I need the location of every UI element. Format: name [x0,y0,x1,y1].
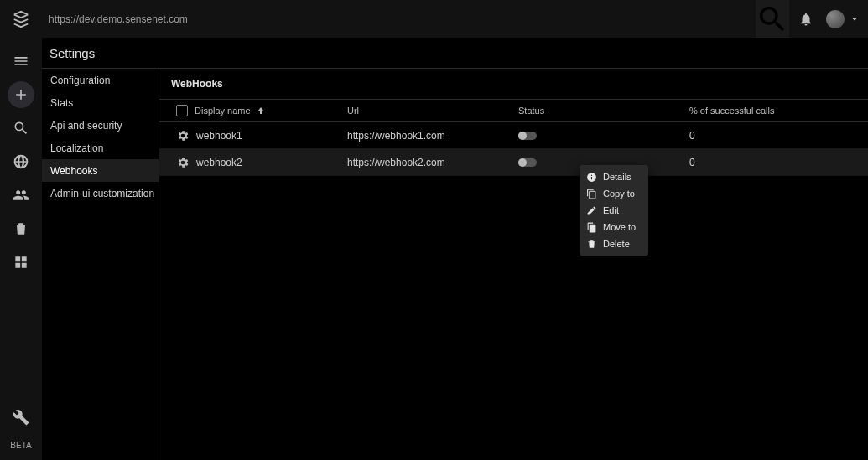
rail-apps-button[interactable] [8,249,34,276]
page-title: Settings [42,38,868,68]
gear-icon [176,129,190,142]
menu-item-label: Delete [603,239,630,249]
copy-icon [586,189,603,199]
global-search-button[interactable] [756,0,789,38]
content-main: WebHooks Display name Url Status % of su… [159,69,868,460]
sidebar-item-stats[interactable]: Stats [42,91,159,114]
rail-search-button[interactable] [8,115,34,142]
sidebar-item-webhooks[interactable]: Webhooks [42,159,159,182]
rail-trash-button[interactable] [8,215,34,242]
rail-users-button[interactable] [8,182,34,209]
sort-asc-icon [256,106,266,116]
cell-name: webhook2 [196,157,242,168]
menu-toggle-button[interactable] [8,48,34,75]
url-display: https://dev.demo.sensenet.com [42,13,188,25]
col-url[interactable]: Url [347,106,518,116]
notifications-button[interactable] [789,0,823,38]
sidebar-item-label: Configuration [50,75,110,86]
menu-item-move-to[interactable]: Move to [580,219,648,235]
menu-item-label: Details [603,172,632,182]
edit-icon [586,205,603,216]
settings-sidebar: Configuration Stats Api and security Loc… [42,69,159,460]
sidebar-item-api-security[interactable]: Api and security [42,114,159,137]
sidebar-item-label: Webhooks [50,165,97,177]
sidebar-item-configuration[interactable]: Configuration [42,69,159,91]
sidebar-item-label: Admin-ui customization [50,188,154,199]
col-label: Status [518,106,544,116]
cell-success: 0 [689,157,695,168]
add-button[interactable] [8,81,34,108]
cell-success: 0 [689,130,695,142]
context-menu: Details Copy to Edit Move to Delete [580,165,648,256]
content-heading: WebHooks [159,69,868,99]
menu-item-label: Move to [603,222,636,232]
col-status[interactable]: Status [518,106,689,116]
menu-item-copy-to[interactable]: Copy to [580,185,648,202]
info-icon [586,172,603,183]
gear-icon [176,156,190,169]
menu-item-label: Copy to [603,189,635,199]
menu-item-label: Edit [603,205,619,215]
beta-label: BETA [10,441,31,450]
col-display-name[interactable]: Display name [176,105,347,116]
rail-globe-button[interactable] [8,148,34,175]
col-label: Url [347,106,359,116]
table-header: Display name Url Status % of successful … [159,99,868,122]
left-rail: BETA [0,38,42,460]
sidebar-item-label: Api and security [50,120,122,132]
select-all-checkbox[interactable] [176,105,188,116]
user-menu-chevron[interactable] [850,14,860,24]
status-toggle[interactable] [518,132,537,140]
sidebar-item-label: Stats [50,97,73,109]
status-toggle[interactable] [518,158,537,167]
menu-item-delete[interactable]: Delete [580,235,648,252]
cell-name: webhook1 [196,130,242,142]
sidebar-item-localization[interactable]: Localization [42,137,159,159]
col-label: Display name [195,106,251,116]
col-label: % of successful calls [689,106,774,116]
sidebar-item-label: Localization [50,142,103,154]
delete-icon [586,239,603,250]
cell-url: https://webhook2.com [347,157,445,168]
table-row[interactable]: webhook1 https://webhook1.com 0 [159,122,868,149]
app-logo[interactable] [0,0,42,38]
menu-item-edit[interactable]: Edit [580,202,648,219]
cell-url: https://webhook1.com [347,130,445,142]
top-bar: https://dev.demo.sensenet.com [0,0,868,38]
rail-settings-button[interactable] [8,404,34,431]
user-avatar[interactable] [826,10,845,28]
sidebar-item-admin-ui[interactable]: Admin-ui customization [42,182,159,204]
page-body: Settings Configuration Stats Api and sec… [42,38,868,460]
menu-item-details[interactable]: Details [580,168,648,185]
move-icon [586,222,603,233]
col-success[interactable]: % of successful calls [689,106,868,116]
table-row[interactable]: webhook2 https://webhook2.com 0 [159,149,868,176]
